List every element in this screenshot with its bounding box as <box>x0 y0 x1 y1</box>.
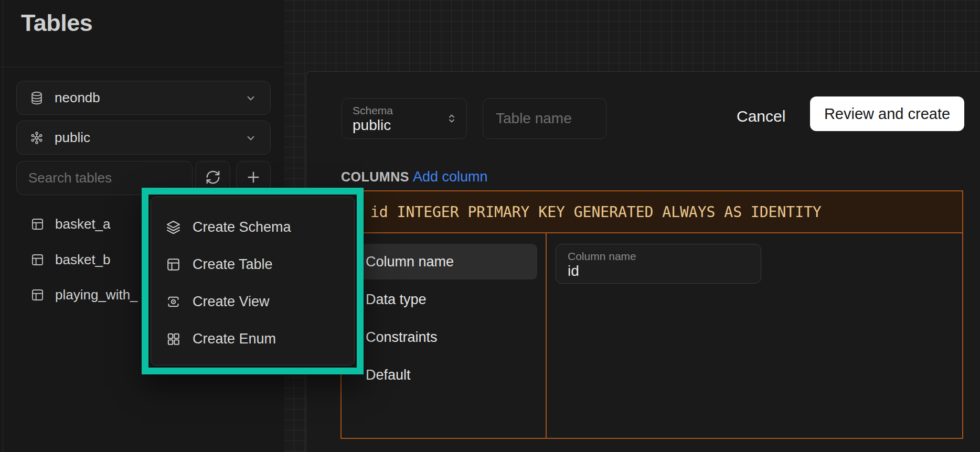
sidebar-left-edge <box>3 0 3 452</box>
enum-grid-icon <box>166 331 181 347</box>
chevron-down-icon <box>244 91 258 105</box>
table-name-label: basket_a <box>55 216 111 232</box>
menu-item-create-schema[interactable]: Create Schema <box>166 209 354 246</box>
menu-item-create-view[interactable]: Create View <box>166 283 354 320</box>
plus-icon <box>245 169 262 186</box>
schema-graph-icon <box>29 131 44 145</box>
page-title: Tables <box>21 9 92 37</box>
nav-item-label: Default <box>366 367 411 383</box>
add-column-link[interactable]: Add column <box>413 169 488 185</box>
schema-combobox-label: Schema <box>353 104 456 116</box>
column-name-field[interactable]: Column name id <box>556 244 761 284</box>
table-row[interactable]: basket_a <box>30 214 111 233</box>
database-select-value: neondb <box>55 90 100 106</box>
column-sql-text: id INTEGER PRIMARY KEY GENERATED ALWAYS … <box>370 203 822 221</box>
nav-item-constraints[interactable]: Constraints <box>350 319 537 355</box>
table-name-field-wrap <box>483 98 606 139</box>
table-row[interactable]: playing_with_ <box>30 285 138 304</box>
nav-item-label: Data type <box>366 292 427 308</box>
table-name-input[interactable] <box>483 98 606 139</box>
menu-item-label: Create View <box>193 294 270 310</box>
table-icon <box>30 217 45 231</box>
columns-section-label: COLUMNS <box>341 169 409 185</box>
nav-item-column-name[interactable]: Column name <box>350 244 537 279</box>
sidebar-divider <box>0 67 284 67</box>
menu-item-create-table[interactable]: Create Table <box>166 246 354 283</box>
column-definition-row[interactable]: id INTEGER PRIMARY KEY GENERATED ALWAYS … <box>342 191 962 233</box>
menu-item-label: Create Table <box>193 256 273 273</box>
nav-item-label: Column name <box>366 254 454 270</box>
schema-select-value: public <box>55 130 90 146</box>
schema-select[interactable]: public <box>16 121 271 155</box>
table-icon <box>30 253 45 267</box>
database-icon <box>29 91 44 105</box>
nav-item-data-type[interactable]: Data type <box>350 282 537 317</box>
refresh-icon <box>205 169 221 185</box>
column-editor-container: id INTEGER PRIMARY KEY GENERATED ALWAYS … <box>340 190 963 439</box>
column-editor-body: Column name Data type Constraints Defaul… <box>342 233 962 438</box>
review-and-create-button[interactable]: Review and create <box>810 96 964 131</box>
database-select[interactable]: neondb <box>16 81 271 115</box>
chevron-up-down-icon <box>445 112 458 125</box>
menu-item-create-enum[interactable]: Create Enum <box>166 320 354 358</box>
view-eye-icon <box>166 294 181 309</box>
table-name-label: playing_with_ <box>55 287 138 303</box>
nav-item-default[interactable]: Default <box>350 357 537 393</box>
table-icon <box>30 288 45 302</box>
column-editor-detail: Column name id <box>547 233 962 438</box>
column-editor-nav: Column name Data type Constraints Defaul… <box>342 233 547 438</box>
cancel-button[interactable]: Cancel <box>737 107 785 125</box>
create-menu-highlight-frame: Create Schema Create Table <box>142 188 364 374</box>
schema-combobox[interactable]: Schema public <box>342 98 467 139</box>
layers-icon <box>166 220 181 235</box>
column-name-field-label: Column name <box>568 250 749 262</box>
app-window: Tables neondb <box>0 0 980 452</box>
create-table-panel: Schema public Cancel Review and create C… <box>306 71 980 452</box>
table-icon <box>166 257 181 272</box>
menu-item-label: Create Enum <box>193 331 276 347</box>
schema-combobox-value: public <box>353 116 456 134</box>
table-name-label: basket_b <box>55 252 111 268</box>
menu-item-label: Create Schema <box>193 219 291 235</box>
nav-item-label: Constraints <box>366 329 438 346</box>
table-row[interactable]: basket_b <box>30 250 111 269</box>
create-menu: Create Schema Create Table <box>151 197 355 365</box>
column-name-field-value: id <box>568 262 749 280</box>
chevron-down-icon <box>244 131 258 145</box>
